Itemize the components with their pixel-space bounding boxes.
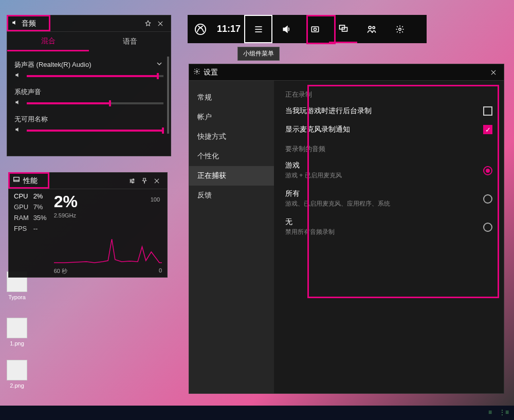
device-name: 扬声器 (Realtek(R) Audio) <box>14 60 91 69</box>
perf-header[interactable]: 性能 <box>9 173 167 189</box>
svg-point-5 <box>314 28 316 30</box>
system-sound-label: 系统声音 <box>14 87 41 97</box>
gpu-stat[interactable]: GPU 7% <box>14 203 47 211</box>
tab-mix[interactable]: 混合 <box>7 32 89 51</box>
radio-all[interactable] <box>483 194 492 204</box>
bg-record-label: 当我玩游戏时进行后台录制 <box>285 106 372 116</box>
nav-capturing[interactable]: 正在捕获 <box>189 166 274 186</box>
radio-all-label: 所有 <box>285 189 390 198</box>
graph-left: 60 秒 <box>54 267 67 275</box>
performance-panel: 性能 CPU 2% GPU 7% RAM 35% FPS -- 2% 2.59G… <box>8 172 168 278</box>
clock: 11:17 <box>213 24 244 34</box>
svg-point-19 <box>131 180 132 181</box>
icon-label: 2.png <box>4 382 30 389</box>
cpu-graph: 60 秒 0 <box>54 224 162 265</box>
settings-button[interactable] <box>386 15 414 43</box>
chevron-down-icon[interactable] <box>155 60 163 69</box>
svg-point-9 <box>373 26 375 28</box>
radio-all-sub: 游戏、已启用麦克风、应用程序、系统 <box>285 199 390 208</box>
ram-stat[interactable]: RAM 35% <box>14 214 47 222</box>
settings-content: 正在录制 当我玩游戏时进行后台录制 显示麦克风录制通知 ✓ 要录制的音频 游戏 … <box>274 81 504 393</box>
social-button[interactable] <box>357 15 386 43</box>
fps-stat[interactable]: FPS -- <box>14 225 47 232</box>
perf-icon <box>13 176 20 185</box>
recording-section-title: 正在录制 <box>285 90 492 99</box>
perf-max: 100 <box>151 196 160 203</box>
speaker-icon <box>11 19 19 28</box>
gamebar-topbar: 11:17 小组件菜单 <box>188 15 427 43</box>
nav-feedback[interactable]: 反馈 <box>189 186 274 205</box>
mic-notify-label: 显示麦克风录制通知 <box>285 125 350 134</box>
cpu-stat[interactable]: CPU 2% <box>14 192 47 200</box>
desktop-icon-1png[interactable]: 1.png <box>4 318 30 346</box>
nav-shortcuts[interactable]: 快捷方式 <box>189 127 274 147</box>
tooltip: 小组件菜单 <box>237 47 280 61</box>
scrollbar[interactable] <box>167 57 169 134</box>
audio-button[interactable] <box>272 15 301 43</box>
perf-freq: 2.59GHz <box>54 212 162 218</box>
speaker-icon <box>14 71 22 80</box>
widgets-menu-button[interactable]: 小组件菜单 <box>244 15 272 43</box>
audio-title: 音频 <box>22 19 36 28</box>
svg-point-23 <box>196 70 198 72</box>
perf-big-value: 2% <box>54 192 162 211</box>
audio-panel: 音频 混合 语音 扬声器 (Realtek(R) Audio) 系统声音 无可用… <box>7 15 171 156</box>
svg-rect-4 <box>311 27 318 32</box>
svg-point-18 <box>133 178 134 179</box>
radio-game-label: 游戏 <box>285 161 342 170</box>
noname-label: 无可用名称 <box>14 115 48 124</box>
speaker-icon <box>14 126 22 135</box>
device-volume-slider[interactable] <box>27 75 163 77</box>
nav-general[interactable]: 常规 <box>189 88 274 107</box>
gear-icon <box>193 68 200 77</box>
perf-title: 性能 <box>23 176 38 186</box>
radio-game[interactable] <box>483 166 492 175</box>
radio-game-sub: 游戏 + 已启用麦克风 <box>285 171 342 180</box>
audio-section-title: 要录制的音频 <box>285 144 492 154</box>
close-icon[interactable] <box>151 175 163 187</box>
taskbar[interactable]: ≡⋮≡ <box>0 406 514 420</box>
desktop-icon-2png[interactable]: 2.png <box>4 360 30 389</box>
xbox-icon[interactable] <box>188 24 213 35</box>
overlay-button[interactable] <box>329 15 357 43</box>
capture-button[interactable] <box>301 15 329 43</box>
settings-title: 设置 <box>204 68 218 77</box>
audio-tabs: 混合 语音 <box>7 32 171 51</box>
file-icon <box>7 360 27 380</box>
svg-point-20 <box>132 181 133 182</box>
nav-personalization[interactable]: 个性化 <box>189 147 274 166</box>
mic-notify-checkbox[interactable]: ✓ <box>483 125 492 134</box>
options-icon[interactable] <box>126 175 138 187</box>
system-volume-slider[interactable] <box>27 102 163 104</box>
pin-icon[interactable] <box>138 175 151 187</box>
radio-none-label: 无 <box>285 217 335 227</box>
tab-voice[interactable]: 语音 <box>89 32 171 51</box>
tray-icons[interactable]: ≡⋮≡ <box>488 409 509 416</box>
radio-none-sub: 禁用所有音频录制 <box>285 228 335 236</box>
svg-point-8 <box>369 26 371 29</box>
file-icon <box>7 318 27 338</box>
nav-account[interactable]: 帐户 <box>189 107 274 127</box>
radio-none[interactable] <box>483 223 492 232</box>
icon-label: Typora <box>4 294 30 300</box>
settings-nav: 常规 帐户 快捷方式 个性化 正在捕获 反馈 <box>189 81 274 393</box>
close-icon[interactable] <box>487 66 500 79</box>
svg-rect-13 <box>14 177 20 181</box>
close-icon[interactable] <box>154 17 167 30</box>
speaker-icon <box>14 99 22 107</box>
noname-volume-slider[interactable] <box>27 130 163 132</box>
pin-icon[interactable] <box>142 17 154 30</box>
settings-header[interactable]: 设置 <box>189 64 504 81</box>
bg-record-checkbox[interactable] <box>483 106 492 116</box>
graph-right: 0 <box>159 267 162 275</box>
icon-label: 1.png <box>4 340 30 346</box>
audio-header[interactable]: 音频 <box>7 15 171 32</box>
settings-panel: 设置 常规 帐户 快捷方式 个性化 正在捕获 反馈 正在录制 当我玩游戏时进行后… <box>189 64 504 394</box>
svg-point-0 <box>195 24 206 34</box>
svg-point-10 <box>398 28 401 30</box>
